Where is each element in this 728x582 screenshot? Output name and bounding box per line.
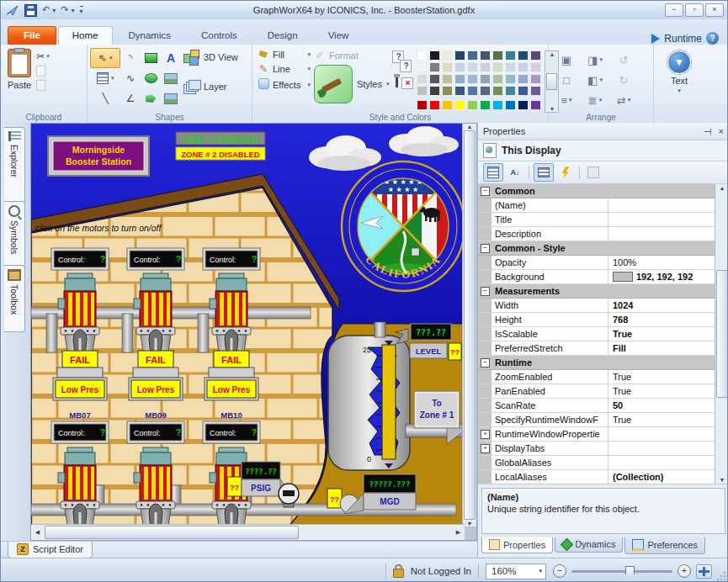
polyline-tool[interactable]: ∠	[121, 89, 140, 108]
color-swatch[interactable]	[417, 100, 428, 110]
property-row[interactable]: LocalAliases(Collection)	[478, 470, 715, 484]
cut-button[interactable]: ✂▾	[36, 50, 50, 62]
restore-button[interactable]: ▫	[685, 3, 704, 17]
color-swatch[interactable]	[518, 62, 529, 72]
control-panel-row2[interactable]: Control: ? Control: ? Control: ?	[51, 421, 260, 443]
effects-button[interactable]: Effects▾	[258, 78, 311, 91]
psig-alarm[interactable]: ??	[227, 477, 242, 496]
color-swatch[interactable]	[505, 86, 516, 96]
pin-icon[interactable]: ⊤	[702, 127, 713, 135]
color-swatch[interactable]	[518, 50, 529, 61]
redo-dropdown-icon[interactable]: ▾	[72, 7, 75, 14]
property-row[interactable]: Description	[478, 227, 715, 241]
color-swatch[interactable]	[467, 74, 478, 84]
tab-script-editor[interactable]: Z Script Editor	[8, 542, 93, 558]
property-category[interactable]: −Common - Style	[478, 241, 715, 256]
color-swatch[interactable]	[467, 86, 478, 96]
zone2-indicator[interactable]: ZONE # 2 DISABLED	[176, 147, 265, 160]
events-view-button[interactable]	[556, 164, 575, 181]
zoom-level-combo[interactable]: 160% ▾	[486, 563, 546, 579]
app-icon[interactable]	[6, 4, 19, 16]
format-painter-button[interactable]: ✐Format	[314, 50, 389, 61]
tab-controls[interactable]: Controls	[187, 26, 252, 45]
background-swatch[interactable]	[613, 272, 633, 282]
color-swatch[interactable]	[492, 100, 503, 110]
close-button[interactable]: ×	[705, 3, 724, 17]
color-swatch[interactable]	[530, 50, 541, 61]
tab-dynamics-panel[interactable]: Dynamics	[555, 537, 623, 553]
tab-design[interactable]: Design	[253, 26, 312, 45]
property-category[interactable]: −Runtime	[478, 356, 715, 370]
color-swatch[interactable]	[429, 50, 440, 61]
color-swatch[interactable]	[492, 86, 503, 96]
canvas-scroll-up-icon[interactable]: ▲	[467, 124, 473, 130]
image-tool[interactable]	[162, 69, 180, 87]
zone3-indicator[interactable]: ZONE # 3 ENABLED	[176, 132, 265, 145]
sidebar-tab-toolbox[interactable]: Toolbox	[4, 265, 25, 332]
tab-preferences[interactable]: Preferences	[624, 537, 704, 554]
rectangle-tool[interactable]	[141, 49, 160, 67]
color-swatch[interactable]	[417, 86, 428, 96]
color-swatch[interactable]	[454, 62, 465, 72]
align-button[interactable]: ≣▾	[588, 94, 602, 107]
property-pages-button[interactable]	[584, 164, 603, 181]
grid-scroll-thumb[interactable]	[716, 270, 728, 398]
mgd-alarm[interactable]: ??	[327, 489, 342, 508]
panel-close-icon[interactable]: ×	[719, 126, 724, 136]
color-swatch[interactable]	[505, 50, 516, 61]
line-style-button[interactable]: ✎Line▾	[258, 63, 311, 75]
color-swatch[interactable]	[442, 50, 453, 61]
color-swatch[interactable]	[454, 86, 465, 96]
canvas-vscroll-thumb[interactable]	[464, 130, 476, 520]
color-swatch[interactable]	[429, 74, 440, 84]
color-swatch[interactable]	[417, 62, 428, 72]
canvas-scroll-right-icon[interactable]: ▶	[452, 529, 465, 536]
color-swatch[interactable]	[454, 74, 465, 84]
property-row[interactable]: PanEnabledTrue	[478, 384, 715, 399]
ellipse-tool[interactable]	[141, 69, 160, 87]
design-canvas[interactable]: ★ ★ ★ ★ ★ ★ ★ ★ ★ CALIFORNIA Morningside	[30, 123, 477, 541]
arc-tool[interactable]: ◝	[121, 49, 140, 67]
property-category[interactable]: −Measurements	[478, 284, 715, 299]
flip-button[interactable]: ⇄▾	[617, 94, 630, 107]
alphabetical-sort-button[interactable]: A↓	[506, 164, 524, 181]
categorized-view-button[interactable]	[483, 163, 503, 182]
color-swatch[interactable]	[442, 100, 453, 110]
line-unknown-button[interactable]: ?	[400, 60, 412, 72]
to-zone1-button[interactable]: To Zone # 1	[414, 391, 460, 428]
color-swatch[interactable]	[480, 62, 491, 72]
property-category[interactable]: −Common	[478, 184, 715, 198]
rotate-cw-button[interactable]: ↻	[619, 74, 629, 87]
fit-to-window-button[interactable]	[696, 564, 712, 579]
tab-file[interactable]: File	[8, 26, 56, 45]
zoom-dropdown-icon[interactable]: ▾	[539, 568, 545, 574]
color-swatch[interactable]	[505, 62, 516, 72]
text-tool[interactable]: A	[162, 49, 180, 67]
color-swatch[interactable]	[417, 74, 428, 84]
color-swatch[interactable]	[429, 86, 440, 96]
order-button[interactable]: ≡▾	[561, 94, 571, 107]
color-swatch[interactable]	[454, 100, 465, 110]
property-row[interactable]: ScanRate50	[478, 399, 715, 413]
color-swatch[interactable]	[417, 50, 428, 61]
sidebar-tab-explorer[interactable]: Explorer	[4, 127, 25, 204]
ungroup-objects-button[interactable]: □	[563, 74, 570, 87]
property-row[interactable]: Background192, 192, 192	[478, 270, 715, 284]
property-row[interactable]: Height768	[478, 313, 715, 327]
color-swatch[interactable]	[467, 100, 478, 110]
color-swatch[interactable]	[429, 100, 440, 110]
property-row[interactable]: GlobalAliases	[478, 456, 715, 470]
save-button[interactable]	[24, 4, 37, 17]
fill-button[interactable]: Fill▾	[258, 50, 311, 60]
paste-button[interactable]: Paste	[4, 47, 35, 111]
canvas-scroll-down-icon[interactable]: ▼	[467, 521, 473, 526]
tab-view[interactable]: View	[314, 26, 364, 45]
color-swatch[interactable]	[454, 50, 465, 61]
color-swatch[interactable]	[505, 100, 516, 110]
color-swatch[interactable]	[442, 86, 453, 96]
property-row[interactable]: ZoomEnabledTrue	[478, 370, 715, 384]
color-swatch[interactable]	[530, 100, 541, 110]
properties-view-button[interactable]	[534, 163, 554, 182]
no-color-button[interactable]: ×	[401, 77, 413, 89]
property-row[interactable]: +RuntimeWindowPropertie	[478, 427, 715, 442]
